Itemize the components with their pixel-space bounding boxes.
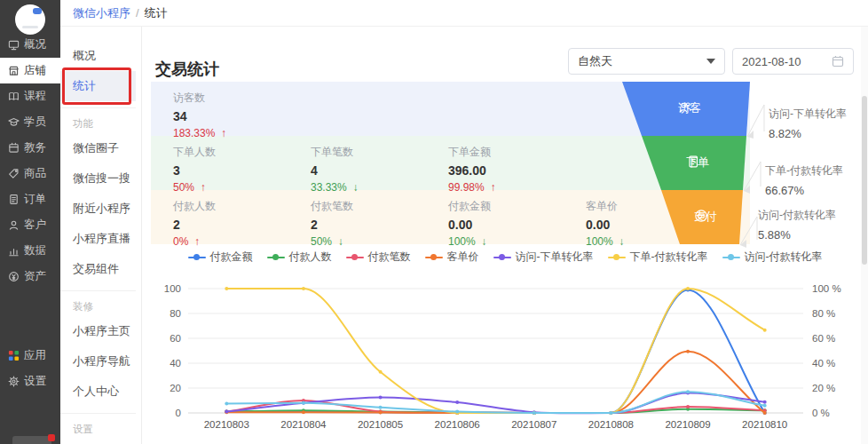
sidebar-item-客户[interactable]: 客户 [0,212,60,238]
sidebar-item-资产[interactable]: 资产 [0,264,60,289]
period-select[interactable]: 自然天 [568,48,725,75]
asset-icon [8,271,20,282]
breadcrumb: 微信小程序 / 统计 [60,0,868,27]
submenu-item-小程序主页[interactable]: 小程序主页 [60,316,136,346]
data-point [609,411,612,415]
data-point [379,411,383,415]
primary-nav: 概况店铺课程学员教务商品订单客户数据资产 [0,32,60,289]
page-title: 交易统计 [155,59,219,80]
submenu-item-微信圈子[interactable]: 微信圈子 [60,133,136,163]
metric-delta: 33.33% ↓ [311,181,448,194]
metric-value: 4 [311,163,448,178]
logo-mark-icon [33,8,42,14]
pay-icon [694,209,708,223]
funnel-stage-label-下单: 下单 [686,155,709,170]
metric-delta: 183.33% ↑ [173,127,311,139]
date-picker[interactable]: 2021-08-10 [732,48,854,75]
main-content: 交易统计 自然天 2021-08-10 访客数34183.33% ↑下单人数35… [142,27,868,444]
left-axis-tick: 60 [170,333,181,344]
right-axis-tick: 100 % [812,283,841,294]
sidebar-item-学员[interactable]: 学员 [0,109,60,135]
funnel-stage-label-访客: 访客 [678,100,701,116]
submenu-item-基础信息[interactable]: 基础信息 [60,439,136,444]
sidebar-item-订单[interactable]: 订单 [0,186,60,212]
metric-label: 付款金额 [448,199,586,214]
breadcrumb-parent-link[interactable]: 微信小程序 [73,5,130,21]
sidebar-item-课程[interactable]: 课程 [0,83,60,109]
scrollbar-track [861,27,868,444]
notification-badge [48,434,55,441]
submenu-item-统计[interactable]: 统计 [60,71,136,101]
legend-item-付款笔数[interactable]: 付款笔数 [346,250,411,265]
trend-arrow-icon: ↓ [352,181,358,194]
rate-value: 8.82% [769,127,868,140]
app-logo [15,4,45,35]
right-axis-tick: 40 % [812,358,835,369]
academic-icon [8,142,20,154]
trend-arrow-icon: ↑ [490,181,495,194]
submenu-item-交易组件[interactable]: 交易组件 [60,254,136,284]
conversion-rate-下单-付款转化率: 下单-付款转化率66.67% [765,163,868,197]
data-point [379,396,383,400]
rate-label: 访问-下单转化率 [769,107,868,122]
metric-delta: 99.98% ↑ [448,181,586,194]
x-axis-tick: 20210810 [742,419,787,430]
funnel-connector-line [744,162,761,191]
data-point [763,411,767,415]
funnel-stage-label-支付: 支付 [694,209,717,225]
sidebar-item-label: 学员 [24,115,46,130]
metric-delta: 50% ↓ [311,235,448,248]
sidebar-item-应用[interactable]: 应用 [0,343,60,369]
menu-group-label: 设置 [60,417,136,439]
submenu-item-个人中心[interactable]: 个人中心 [60,377,136,407]
sidebar-item-店铺[interactable]: 店铺 [0,58,60,83]
sidebar-item-商品[interactable]: 商品 [0,161,60,186]
x-axis-tick: 20210804 [280,419,327,430]
submenu-item-概况[interactable]: 概况 [60,41,141,71]
legend-item-付款金额[interactable]: 付款金额 [188,250,253,265]
date-picker-value: 2021-08-10 [742,55,801,68]
metric-value: 2 [173,218,311,232]
legend-item-下单-付款转化率[interactable]: 下单-付款转化率 [608,250,708,265]
trend-arrow-icon: ↓ [481,235,486,248]
customer-icon [8,219,20,231]
submenu-item-附近小程序[interactable]: 附近小程序 [60,194,136,224]
data-point [302,410,305,414]
legend-label: 访问-付款转化率 [745,250,823,265]
metric-付款笔数: 付款笔数250% ↓ [311,199,448,244]
sidebar-item-设置[interactable]: 设置 [0,369,60,394]
metric-value: 2 [311,218,448,232]
left-axis-tick: 0 [176,408,181,418]
submenu-item-微信搜一搜[interactable]: 微信搜一搜 [60,163,136,194]
legend-item-付款人数[interactable]: 付款人数 [267,250,332,265]
metric-label: 付款人数 [173,199,311,214]
sidebar-item-label: 教务 [24,140,46,155]
submenu-item-小程序直播[interactable]: 小程序直播 [60,224,136,254]
period-select-value: 自然天 [578,53,612,69]
legend-item-访问-下单转化率[interactable]: 访问-下单转化率 [493,250,594,265]
sidebar-item-教务[interactable]: 教务 [0,135,60,161]
data-point [763,400,767,404]
data-icon [8,245,20,257]
logo-base-icon [22,26,38,28]
scrollbar-thumb[interactable] [862,96,867,265]
legend-marker [188,257,206,258]
order-doc-icon [686,155,700,169]
sidebar-item-概况[interactable]: 概况 [0,32,60,58]
funnel-connector-line [740,217,757,245]
metric-label: 付款笔数 [311,199,448,214]
metric-label: 访客数 [173,91,311,106]
data-point [455,410,459,414]
bottom-widget[interactable] [12,436,51,444]
secondary-sidebar: 概况统计功能微信圈子微信搜一搜附近小程序小程序直播交易组件装修小程序主页小程序导… [60,27,142,444]
metric-value: 3 [173,163,311,178]
legend-marker [425,257,443,258]
calendar-icon [832,55,844,67]
conversion-funnel: 访客下单支付访问-下单转化率8.82%下单-付款转化率66.67%访问-付款转化… [617,80,868,259]
legend-item-客单价[interactable]: 客单价 [425,250,479,265]
series-line-下单-付款转化率 [226,289,764,413]
legend-item-访问-付款转化率[interactable]: 访问-付款转化率 [722,250,823,265]
sidebar-item-数据[interactable]: 数据 [0,238,60,264]
submenu-item-小程序导航[interactable]: 小程序导航 [60,346,136,377]
metric-value: 34 [173,109,311,123]
